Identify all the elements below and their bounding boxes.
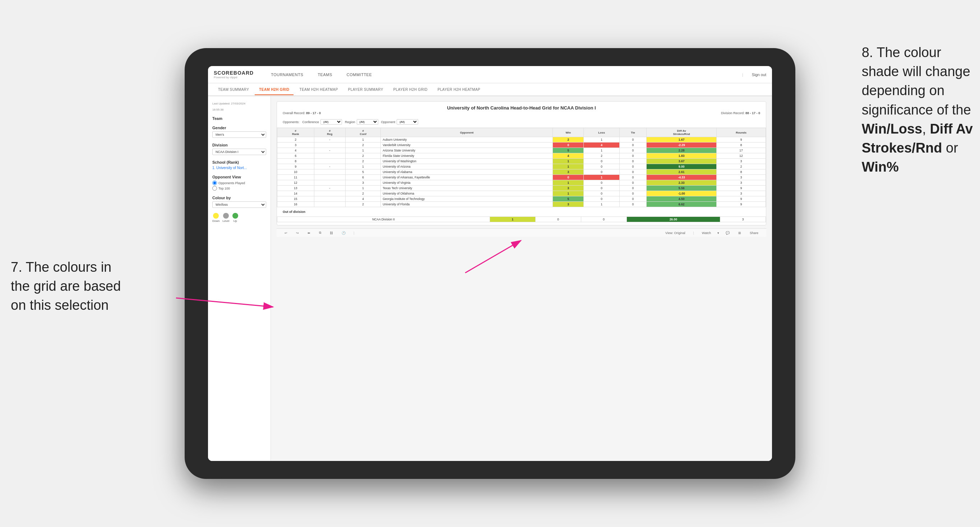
opponent-filter-label: Opponent (381, 120, 396, 124)
subnav-player-summary[interactable]: PLAYER SUMMARY (344, 85, 388, 95)
legend-up-dot (232, 213, 238, 219)
table-cell: 2 (345, 202, 381, 207)
table-cell: 1 (584, 137, 620, 143)
region-filter-group: Region (All) (345, 119, 378, 125)
col-rank: #Rank (277, 128, 314, 137)
grid-btn[interactable]: ⊞ (736, 230, 743, 235)
table-cell: 0 (619, 170, 646, 175)
opponent-view-label: Opponent View (212, 175, 266, 179)
grid-area: University of North Carolina Head-to-Hea… (271, 96, 772, 461)
table-cell (314, 143, 345, 148)
annotation-right-bold1: Win/Loss (862, 121, 923, 137)
nav-committee[interactable]: COMMITTEE (344, 71, 375, 78)
clock-btn[interactable]: 🕐 (339, 230, 348, 235)
report-title: University of North Carolina Head-to-Hea… (277, 102, 766, 111)
subnav-player-h2h-grid[interactable]: PLAYER H2H GRID (389, 85, 432, 95)
table-cell: 4 (553, 153, 584, 159)
chat-btn[interactable]: 💬 (724, 230, 732, 235)
redo-btn[interactable]: ↪ (294, 230, 301, 235)
share-btn[interactable]: Share (748, 230, 760, 235)
table-cell: 0 (619, 202, 646, 207)
toolbar-sep2: | (693, 231, 694, 235)
table-cell: - (314, 148, 345, 153)
annotation-left-line3: on this selection (11, 298, 109, 313)
copy-btn[interactable]: ⧉ (317, 230, 323, 235)
opponent-filter-select[interactable]: (All) (396, 119, 418, 125)
school-label: School (Rank) (212, 160, 266, 164)
opponent-filter-group: Opponent (All) (381, 119, 418, 125)
table-cell: 3 (277, 143, 314, 148)
table-cell: -4.33 (647, 175, 717, 180)
table-cell: University of Washington (381, 159, 553, 164)
filters-row: Opponents: Conference (All) Region (All) (277, 118, 766, 128)
table-cell: 0 (619, 159, 646, 164)
table-cell: 0 (584, 191, 620, 196)
table-row: 13-1Texas Tech University3005.569 (277, 186, 766, 191)
radio-opponents-played-input[interactable] (212, 181, 217, 185)
table-cell: 3 (717, 180, 766, 186)
table-cell: 2 (345, 191, 381, 196)
main-content: Last Updated: 27/03/2024 16:55:38 Team G… (208, 96, 772, 461)
table-cell: 9 (717, 137, 766, 143)
table-cell: 0 (619, 180, 646, 186)
table-cell: 5.56 (647, 186, 717, 191)
legend-level-dot (223, 213, 229, 219)
sign-out-link[interactable]: Sign out (752, 73, 766, 77)
table-cell: University of Arkansas, Fayetteville (381, 175, 553, 180)
radio-top100[interactable]: Top 100 (212, 186, 266, 190)
table-cell: 0 (584, 196, 620, 202)
view-original-btn[interactable]: View: Original (663, 230, 687, 235)
subnav-team-summary[interactable]: TEAM SUMMARY (214, 85, 253, 95)
table-cell: 6 (345, 175, 381, 180)
watch-btn[interactable]: Watch (700, 230, 713, 235)
table-cell: Arizona State University (381, 148, 553, 153)
table-cell: 1 (584, 175, 620, 180)
table-cell: 2.61 (647, 170, 717, 175)
table-cell (314, 170, 345, 175)
colour-by-select[interactable]: Win/loss (212, 202, 266, 208)
table-cell: 3 (553, 202, 584, 207)
table-row: 62Florida State University4201.8312 (277, 153, 766, 159)
annotation-right-line3: depending on (862, 83, 945, 98)
gender-select[interactable]: Men's (212, 132, 266, 138)
table-cell: 1 (553, 164, 584, 170)
division-record-label: Division Record: (721, 111, 745, 115)
radio-opponents-played[interactable]: Opponents Played (212, 181, 266, 185)
table-cell: University of Virginia (381, 180, 553, 186)
table-cell: 1 (584, 148, 620, 153)
division-select[interactable]: NCAA Division I (212, 149, 266, 155)
out-table-cell: 0 (581, 217, 627, 222)
radio-top100-input[interactable] (212, 186, 217, 190)
back-btn[interactable]: ⬅ (305, 230, 313, 235)
table-cell: 1 (584, 202, 620, 207)
sub-nav: TEAM SUMMARY TEAM H2H GRID TEAM H2H HEAT… (208, 83, 772, 96)
table-cell (314, 191, 345, 196)
subnav-team-h2h-heatmap[interactable]: TEAM H2H HEATMAP (295, 85, 342, 95)
subnav-team-h2h-grid[interactable]: TEAM H2H GRID (255, 85, 293, 95)
table-cell (314, 159, 345, 164)
out-table-cell: 3 (720, 217, 766, 222)
out-of-division-label: Out of division (277, 207, 766, 216)
annotation-right-line1: 8. The colour (862, 45, 941, 60)
undo-btn[interactable]: ↩ (282, 230, 290, 235)
region-filter-select[interactable]: (All) (357, 119, 378, 125)
conference-filter-select[interactable]: (All) (320, 119, 342, 125)
table-cell: 8 (717, 170, 766, 175)
conference-filter-label: Conference (302, 120, 319, 124)
nav-teams[interactable]: TEAMS (315, 71, 335, 78)
table-cell: 0 (619, 153, 646, 159)
table-cell: University of Alabama (381, 170, 553, 175)
table-cell: Texas Tech University (381, 186, 553, 191)
table-cell: 9 (717, 186, 766, 191)
school-value[interactable]: 1. University of Nort... (212, 166, 266, 170)
link-btn[interactable]: ⛓ (328, 230, 335, 235)
table-cell: 2.33 (647, 180, 717, 186)
table-cell: 0 (619, 175, 646, 180)
out-table-cell: 26.00 (627, 217, 720, 222)
division-record: Division Record: 88 - 17 - 0 (721, 111, 760, 115)
table-cell: 0 (584, 170, 620, 175)
subnav-player-h2h-heatmap[interactable]: PLAYER H2H HEATMAP (433, 85, 485, 95)
nav-tournaments[interactable]: TOURNAMENTS (268, 71, 306, 78)
table-cell: 9.00 (647, 164, 717, 170)
annotation-right: 8. The colour shade will change dependin… (862, 43, 973, 177)
